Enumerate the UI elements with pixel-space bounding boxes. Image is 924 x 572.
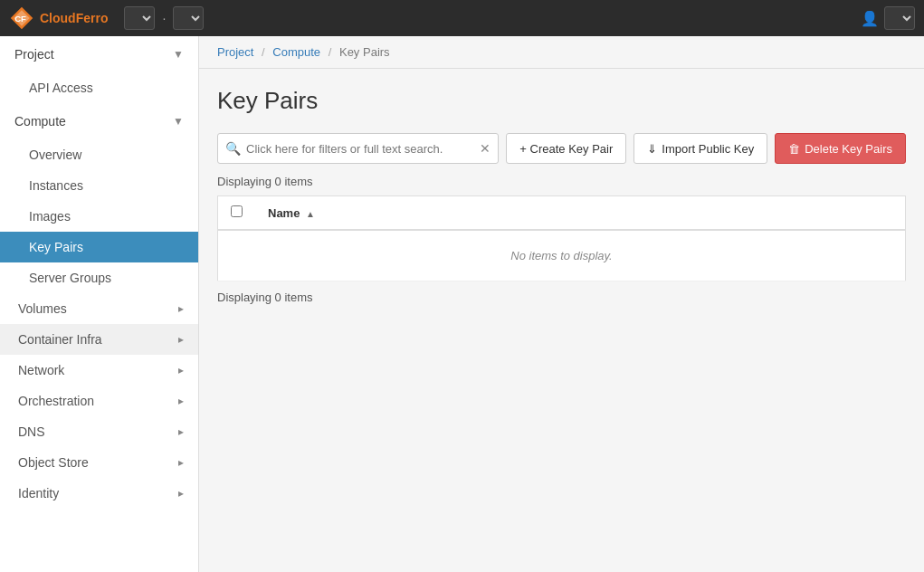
sidebar-network-header[interactable]: Network ▸ [0,355,198,386]
sidebar-compute-header[interactable]: Compute ▼ [0,103,198,139]
sidebar-item-server-groups[interactable]: Server Groups [0,262,198,293]
breadcrumb: Project / Compute / Key Pairs [199,36,924,69]
breadcrumb-project[interactable]: Project [217,45,253,59]
import-icon: ⇓ [647,142,657,156]
search-icon: 🔍 [225,141,241,156]
sub-region-select[interactable] [173,6,204,30]
breadcrumb-sep-2: / [329,45,332,59]
main-layout: Project ▼ API Access Compute ▼ Overview … [0,36,924,572]
user-area: 👤 [861,6,915,30]
sidebar-orchestration-header[interactable]: Orchestration ▸ [0,386,198,416]
chevron-right-icon-object-store: ▸ [178,456,184,469]
sidebar-identity-header[interactable]: Identity ▸ [0,478,198,509]
sidebar-item-instances[interactable]: Instances [0,170,198,201]
chevron-right-icon-identity: ▸ [178,487,184,500]
sidebar-volumes-header[interactable]: Volumes ▸ [0,293,198,324]
sidebar-item-images[interactable]: Images [0,201,198,232]
page-content-area: Key Pairs 🔍 ✕ + Create Key Pair ⇓ Import… [199,69,924,322]
sidebar-item-api-access[interactable]: API Access [0,72,198,103]
sidebar-compute-label: Compute [14,114,66,129]
region-select[interactable] [124,6,155,30]
user-icon: 👤 [861,10,879,27]
sidebar-volumes-label: Volumes [18,301,67,316]
sidebar-orchestration-label: Orchestration [18,394,94,408]
search-box: 🔍 ✕ [217,133,499,164]
sidebar-network-label: Network [18,363,64,377]
sidebar-dns-header[interactable]: DNS ▸ [0,416,198,447]
table-header-name: Name ▲ [255,196,906,231]
sidebar: Project ▼ API Access Compute ▼ Overview … [0,36,199,572]
logo-area: CF CloudFerro [9,5,108,31]
toolbar: 🔍 ✕ + Create Key Pair ⇓ Import Public Ke… [217,133,906,164]
logo-text: CloudFerro [40,11,108,25]
create-key-pair-button[interactable]: + Create Key Pair [506,133,626,164]
displaying-count-top: Displaying 0 items [217,175,906,188]
breadcrumb-compute[interactable]: Compute [272,45,320,59]
import-public-key-button[interactable]: ⇓ Import Public Key [633,133,767,164]
nav-dot-separator: · [162,11,166,25]
page-title: Key Pairs [217,87,906,115]
table-header-checkbox [218,196,256,231]
sidebar-object-store-header[interactable]: Object Store ▸ [0,447,198,478]
table-empty-row: No items to display. [218,230,906,281]
trash-icon: 🗑 [788,142,800,156]
sidebar-project-label: Project [14,47,54,62]
sidebar-container-infra-header[interactable]: Container Infra ▸ [0,324,198,355]
user-select[interactable] [884,6,915,30]
svg-text:CF: CF [14,14,26,24]
chevron-right-icon-dns: ▸ [178,425,184,438]
breadcrumb-sep-1: / [262,45,265,59]
chevron-right-icon-volumes: ▸ [178,302,184,315]
sidebar-container-infra-label: Container Infra [18,332,102,347]
key-pairs-table: Name ▲ No items to display. [217,195,906,281]
main-content: Project / Compute / Key Pairs Key Pairs … [199,36,924,572]
select-all-checkbox[interactable] [231,205,243,217]
chevron-down-icon-compute: ▼ [173,115,184,128]
chevron-right-icon-orchestration: ▸ [178,395,184,407]
chevron-right-icon-network: ▸ [178,364,184,377]
chevron-down-icon: ▼ [173,48,184,61]
sidebar-identity-label: Identity [18,486,59,500]
breadcrumb-keypairs: Key Pairs [339,45,390,59]
search-input[interactable] [246,142,476,156]
sort-icon: ▲ [306,209,315,219]
sidebar-item-overview[interactable]: Overview [0,139,198,170]
delete-key-pairs-button[interactable]: 🗑 Delete Key Pairs [775,133,906,164]
top-nav: CF CloudFerro · 👤 [0,0,924,36]
logo-icon: CF [9,5,34,31]
chevron-right-icon-container: ▸ [178,333,184,346]
search-clear-icon[interactable]: ✕ [480,141,491,156]
displaying-count-bottom: Displaying 0 items [217,291,906,304]
sidebar-dns-label: DNS [18,424,45,439]
sidebar-item-keypairs[interactable]: Key Pairs [0,232,198,262]
sidebar-object-store-label: Object Store [18,455,89,470]
sidebar-project-header[interactable]: Project ▼ [0,36,198,72]
